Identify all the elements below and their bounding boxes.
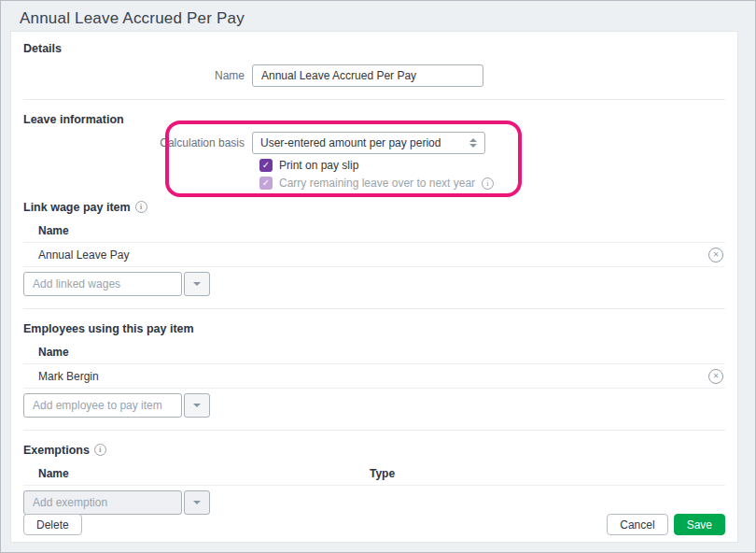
delete-button[interactable]: Delete bbox=[23, 514, 82, 535]
calculation-basis-select[interactable]: User-entered amount per pay period bbox=[252, 132, 485, 154]
employees-heading: Employees using this pay item bbox=[23, 321, 725, 335]
add-employee-input[interactable] bbox=[23, 393, 182, 418]
screen: Annual Leave Accrued Per Pay Details Nam… bbox=[0, 0, 756, 553]
add-employee-dropdown-button[interactable] bbox=[184, 393, 210, 418]
table-row: Mark Bergin ✕ bbox=[23, 364, 725, 389]
calculation-basis-row: Calculation basis User-entered amount pe… bbox=[23, 132, 725, 154]
print-on-pay-slip-checkbox[interactable]: ✓ bbox=[259, 159, 273, 172]
column-header-name: Name bbox=[38, 467, 370, 480]
carry-over-row: ✓ Carry remaining leave over to next yea… bbox=[259, 177, 725, 190]
carry-over-checkbox: ✓ bbox=[259, 177, 273, 190]
leave-information-heading: Leave information bbox=[23, 112, 725, 126]
chevron-down-icon bbox=[193, 282, 201, 286]
column-header-type: Type bbox=[370, 467, 395, 480]
exemptions-info-icon: i bbox=[94, 444, 106, 456]
add-exemption-input[interactable] bbox=[23, 490, 182, 515]
add-linked-wages-dropdown-button[interactable] bbox=[184, 272, 210, 296]
add-linked-wages-combo bbox=[23, 272, 725, 296]
cancel-button[interactable]: Cancel bbox=[607, 514, 667, 535]
save-button[interactable]: Save bbox=[674, 514, 725, 535]
linked-wage-name: Annual Leave Pay bbox=[38, 248, 370, 262]
link-wage-heading-label: Link wage pay item bbox=[23, 201, 131, 214]
add-exemption-dropdown-button[interactable] bbox=[184, 490, 210, 515]
name-row: Name bbox=[23, 64, 725, 87]
exemptions-table-header: Name Type bbox=[23, 461, 725, 486]
remove-icon[interactable]: ✕ bbox=[708, 369, 723, 384]
add-exemption-combo bbox=[23, 490, 725, 515]
carry-over-label: Carry remaining leave over to next year bbox=[279, 177, 475, 190]
chevron-down-icon bbox=[193, 404, 201, 407]
pay-item-form-card: Details Name Leave information Calculati… bbox=[10, 31, 738, 543]
page-title: Annual Leave Accrued Per Pay bbox=[20, 9, 245, 28]
remove-icon[interactable]: ✕ bbox=[708, 248, 723, 262]
column-header-name: Name bbox=[38, 224, 370, 237]
employee-name: Mark Bergin bbox=[38, 370, 370, 383]
footer-actions: Delete Cancel Save bbox=[23, 514, 725, 535]
calculation-basis-label: Calculation basis bbox=[23, 136, 252, 149]
details-heading: Details bbox=[23, 41, 725, 55]
link-wage-table: Name Annual Leave Pay ✕ bbox=[23, 219, 725, 267]
column-header-name: Name bbox=[38, 346, 370, 359]
print-on-pay-slip-label: Print on pay slip bbox=[279, 159, 358, 172]
exemptions-table: Name Type bbox=[23, 461, 725, 486]
link-wage-info-icon: i bbox=[135, 201, 147, 213]
employees-table-header: Name bbox=[23, 340, 725, 364]
name-label: Name bbox=[23, 69, 252, 82]
section-divider bbox=[23, 430, 725, 431]
exemptions-heading-label: Exemptions bbox=[23, 444, 90, 457]
select-updown-icon bbox=[469, 138, 477, 148]
section-divider bbox=[23, 99, 725, 100]
print-on-pay-slip-row: ✓ Print on pay slip bbox=[259, 159, 725, 172]
footer-right-actions: Cancel Save bbox=[607, 514, 725, 535]
name-input[interactable] bbox=[252, 64, 483, 87]
exemptions-heading: Exemptions i bbox=[23, 443, 725, 457]
chevron-down-icon bbox=[193, 501, 201, 504]
employees-table: Name Mark Bergin ✕ bbox=[23, 340, 725, 389]
section-divider bbox=[23, 308, 725, 309]
add-employee-combo bbox=[23, 393, 725, 418]
link-wage-table-header: Name bbox=[23, 219, 725, 243]
carry-over-info-icon: i bbox=[482, 177, 494, 190]
table-row: Annual Leave Pay ✕ bbox=[23, 243, 725, 267]
calculation-basis-value: User-entered amount per pay period bbox=[260, 136, 441, 149]
add-linked-wages-input[interactable] bbox=[23, 272, 182, 296]
link-wage-heading: Link wage pay item i bbox=[23, 200, 725, 214]
